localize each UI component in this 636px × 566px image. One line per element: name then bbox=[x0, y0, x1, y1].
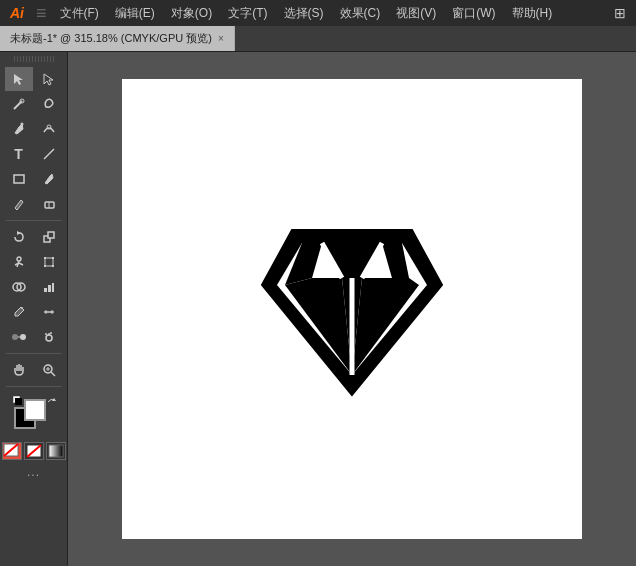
reset-colors-icon[interactable] bbox=[12, 395, 23, 406]
svg-rect-23 bbox=[44, 288, 47, 292]
shape-builder-tool[interactable] bbox=[5, 275, 33, 299]
svg-rect-17 bbox=[44, 257, 46, 259]
tool-row-shapebuilder bbox=[0, 275, 67, 299]
tool-row-fill-mode bbox=[0, 442, 67, 460]
tool-row-puppet bbox=[0, 250, 67, 274]
menu-item-help[interactable]: 帮助(H) bbox=[505, 2, 560, 25]
tool-row-type: T bbox=[0, 142, 67, 166]
puppet-warp-tool[interactable] bbox=[5, 250, 33, 274]
gradient-mode-button[interactable] bbox=[46, 442, 66, 460]
canvas-area bbox=[68, 52, 636, 566]
svg-point-2 bbox=[20, 123, 23, 126]
selection-tool[interactable] bbox=[5, 67, 33, 91]
svg-rect-24 bbox=[48, 285, 51, 292]
tool-separator-2 bbox=[6, 353, 62, 354]
svg-rect-42 bbox=[15, 398, 22, 405]
measure-tool[interactable] bbox=[35, 300, 63, 324]
blend-tool[interactable] bbox=[5, 325, 33, 349]
main-layout: T bbox=[0, 52, 636, 566]
document-tab[interactable]: 未标题-1* @ 315.18% (CMYK/GPU 预览) × bbox=[0, 26, 235, 51]
svg-point-33 bbox=[46, 335, 52, 341]
svg-point-12 bbox=[17, 257, 21, 261]
tool-row-wand bbox=[0, 92, 67, 116]
zoom-tool[interactable] bbox=[35, 358, 63, 382]
view-grid-icon[interactable]: ⊞ bbox=[614, 5, 626, 21]
svg-rect-18 bbox=[52, 257, 54, 259]
swap-colors-icon[interactable] bbox=[46, 395, 56, 405]
svg-line-4 bbox=[44, 149, 54, 159]
menu-item-effect[interactable]: 效果(C) bbox=[333, 2, 388, 25]
paintbrush-tool[interactable] bbox=[35, 167, 63, 191]
eyedropper-tool[interactable] bbox=[5, 300, 33, 324]
tool-row-hand bbox=[0, 358, 67, 382]
svg-rect-48 bbox=[49, 445, 63, 457]
svg-rect-20 bbox=[52, 265, 54, 267]
pen-tool[interactable] bbox=[5, 117, 33, 141]
color-mode-button[interactable] bbox=[2, 442, 22, 460]
tab-title: 未标题-1* @ 315.18% (CMYK/GPU 预览) bbox=[10, 31, 212, 46]
tool-separator-1 bbox=[6, 220, 62, 221]
menu-item-select[interactable]: 选择(S) bbox=[277, 2, 331, 25]
eraser-tool[interactable] bbox=[35, 192, 63, 216]
hand-tool[interactable] bbox=[5, 358, 33, 382]
type-tool[interactable]: T bbox=[5, 142, 33, 166]
curvature-tool[interactable] bbox=[35, 117, 63, 141]
tool-row-pen bbox=[0, 117, 67, 141]
svg-rect-16 bbox=[45, 258, 53, 266]
svg-line-37 bbox=[51, 372, 55, 376]
left-toolbar: T bbox=[0, 52, 68, 566]
diamond-artwork bbox=[247, 210, 457, 408]
scale-tool[interactable] bbox=[35, 225, 63, 249]
free-transform-tool[interactable] bbox=[35, 250, 63, 274]
menu-item-edit[interactable]: 编辑(E) bbox=[108, 2, 162, 25]
tool-row-eyedropper bbox=[0, 300, 67, 324]
tab-bar: 未标题-1* @ 315.18% (CMYK/GPU 预览) × bbox=[0, 26, 636, 52]
tool-row-selection bbox=[0, 67, 67, 91]
svg-point-30 bbox=[12, 334, 18, 340]
svg-point-26 bbox=[21, 307, 23, 309]
svg-point-34 bbox=[45, 333, 47, 335]
pencil-tool[interactable] bbox=[5, 192, 33, 216]
menu-item-view[interactable]: 视图(V) bbox=[389, 2, 443, 25]
lasso-tool[interactable] bbox=[35, 92, 63, 116]
menu-item-object[interactable]: 对象(O) bbox=[164, 2, 219, 25]
app-logo: Ai bbox=[4, 5, 30, 21]
tool-separator-3 bbox=[6, 386, 62, 387]
tool-row-rotate bbox=[0, 225, 67, 249]
svg-line-15 bbox=[19, 263, 23, 265]
fill-color-box[interactable] bbox=[24, 399, 46, 421]
menu-bar: Ai ≡ 文件(F) 编辑(E) 对象(O) 文字(T) 选择(S) 效果(C)… bbox=[0, 0, 636, 26]
tool-row-pencil bbox=[0, 192, 67, 216]
svg-point-35 bbox=[50, 332, 52, 334]
svg-rect-25 bbox=[52, 283, 54, 292]
symbol-sprayer-tool[interactable] bbox=[35, 325, 63, 349]
tool-row-rect bbox=[0, 167, 67, 191]
tab-close-button[interactable]: × bbox=[218, 33, 224, 44]
magic-wand-tool[interactable] bbox=[5, 92, 33, 116]
rotate-tool[interactable] bbox=[5, 225, 33, 249]
chart-tool[interactable] bbox=[35, 275, 63, 299]
color-swatch-area bbox=[12, 395, 56, 435]
direct-selection-tool[interactable] bbox=[35, 67, 63, 91]
toolbar-grip bbox=[14, 56, 54, 62]
menu-item-text[interactable]: 文字(T) bbox=[221, 2, 274, 25]
svg-rect-11 bbox=[48, 232, 54, 238]
svg-point-31 bbox=[20, 334, 26, 340]
canvas-document bbox=[122, 79, 582, 539]
line-tool[interactable] bbox=[35, 142, 63, 166]
menu-item-file[interactable]: 文件(F) bbox=[53, 2, 106, 25]
toolbar-more-button[interactable]: ... bbox=[27, 465, 40, 479]
menu-item-window[interactable]: 窗口(W) bbox=[445, 2, 502, 25]
none-mode-button[interactable] bbox=[24, 442, 44, 460]
tool-row-blend bbox=[0, 325, 67, 349]
svg-marker-9 bbox=[17, 231, 21, 235]
rectangle-tool[interactable] bbox=[5, 167, 33, 191]
svg-rect-19 bbox=[44, 265, 46, 267]
svg-rect-5 bbox=[14, 175, 24, 183]
